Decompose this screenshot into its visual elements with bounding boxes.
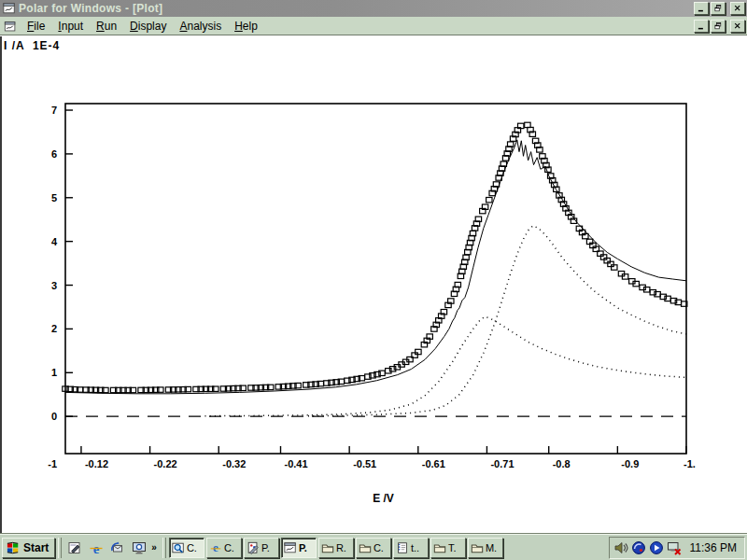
- series-total-fit-line: [65, 140, 686, 394]
- plot-client-area: -0.12-0.22-0.32-0.41-0.51-0.61-0.71-0.8-…: [0, 36, 747, 534]
- svg-text:-0.22: -0.22: [154, 458, 177, 469]
- ie-icon: e: [209, 541, 222, 554]
- menu-bar: FileInputRunDisplayAnalysisHelp: [0, 17, 747, 35]
- menu-input[interactable]: Input: [51, 18, 90, 35]
- task-button-strip: C.eC.P.P.R.C.t..T.M.: [169, 538, 606, 558]
- task-button-label: P.: [299, 542, 307, 553]
- svg-text:-0.41: -0.41: [285, 458, 308, 469]
- task-button-label: C.: [374, 542, 384, 553]
- minimize-button[interactable]: [694, 20, 709, 33]
- menu-display[interactable]: Display: [123, 18, 173, 35]
- task-button-3-package[interactable]: P.: [244, 538, 279, 558]
- quicklaunch-viewer-button[interactable]: [129, 538, 148, 557]
- minimize-button[interactable]: [694, 2, 709, 15]
- window-title: Polar for Windows - [Plot]: [19, 2, 694, 15]
- minimize-icon: [696, 4, 707, 13]
- media-sphere-icon[interactable]: [631, 540, 646, 555]
- task-button-1-magnifier[interactable]: C.: [169, 538, 204, 558]
- svg-text:-0.71: -0.71: [490, 458, 514, 469]
- close-button[interactable]: [730, 2, 745, 15]
- minimize-icon: [696, 21, 707, 31]
- task-button-9-folder[interactable]: M.: [468, 538, 503, 558]
- start-label: Start: [23, 541, 49, 554]
- svg-text:-0.8: -0.8: [553, 458, 571, 469]
- titlebar-controls: [694, 2, 745, 15]
- svg-text:-0.61: -0.61: [422, 458, 445, 469]
- series-component-1-dotted: [205, 316, 687, 415]
- svg-text:-1: -1: [48, 458, 57, 469]
- internet-explorer-icon: e: [89, 540, 104, 555]
- folder-icon: [471, 541, 484, 554]
- x-axis-title: E /V: [373, 492, 394, 505]
- app-window-icon[interactable]: [3, 2, 16, 15]
- offline-network-icon[interactable]: [667, 540, 682, 555]
- svg-text:e: e: [213, 541, 218, 554]
- mdi-controls: [694, 20, 745, 33]
- svg-text:3: 3: [51, 280, 57, 291]
- svg-text:0: 0: [51, 411, 57, 422]
- restore-button[interactable]: [711, 20, 726, 33]
- outlook-express-icon: [110, 540, 125, 555]
- restore-button[interactable]: [711, 2, 726, 15]
- series-experimental-points: [63, 122, 687, 393]
- task-button-label: M.: [486, 542, 497, 553]
- menu-run[interactable]: Run: [90, 18, 123, 35]
- task-button-label: T.: [448, 542, 457, 553]
- quicklaunch-show-desktop-button[interactable]: [64, 538, 84, 557]
- title-bar: Polar for Windows - [Plot]: [0, 0, 747, 17]
- task-button-4-polar-app[interactable]: P.: [281, 538, 317, 558]
- task-button-2-ie[interactable]: eC.: [206, 538, 242, 558]
- task-button-label: P.: [261, 542, 270, 553]
- folder-icon: [359, 541, 372, 554]
- svg-text:-0.51: -0.51: [353, 458, 376, 469]
- start-button[interactable]: Start: [2, 538, 55, 558]
- folder-icon: [321, 541, 334, 554]
- y-axis-title: I /A 1E-4: [4, 39, 60, 52]
- task-button-label: C.: [187, 542, 197, 553]
- menu-analysis[interactable]: Analysis: [173, 18, 228, 35]
- task-button-5-folder[interactable]: R.: [318, 538, 354, 558]
- volume-icon[interactable]: [613, 540, 628, 555]
- viewer-icon: [132, 540, 147, 555]
- quicklaunch-internet-explorer-button[interactable]: e: [86, 538, 106, 557]
- close-icon: [732, 21, 743, 31]
- task-button-6-folder[interactable]: C.: [356, 538, 391, 558]
- plot-canvas[interactable]: -0.12-0.22-0.32-0.41-0.51-0.61-0.71-0.8-…: [2, 36, 747, 534]
- system-tray: 11:36 PM: [609, 537, 745, 559]
- close-icon: [732, 4, 743, 13]
- show-desktop-icon: [67, 540, 82, 555]
- magnifier-icon: [172, 541, 185, 554]
- svg-text:2: 2: [51, 323, 57, 334]
- task-button-label: R.: [336, 542, 346, 553]
- svg-text:-0.32: -0.32: [222, 458, 246, 469]
- media-play-icon[interactable]: [649, 540, 664, 555]
- series-component-2-dotted: [308, 226, 686, 416]
- taskbar-handle[interactable]: [58, 538, 62, 558]
- task-button-7-notepad[interactable]: t..: [393, 538, 429, 558]
- taskbar-clock[interactable]: 11:36 PM: [684, 541, 737, 554]
- windows-flag-icon: [6, 540, 21, 554]
- tray-icons: [613, 540, 682, 555]
- svg-text:-0.9: -0.9: [621, 458, 639, 469]
- svg-text:-0.12: -0.12: [85, 458, 108, 469]
- taskbar-handle-2[interactable]: [162, 538, 166, 558]
- task-button-label: t..: [411, 542, 419, 553]
- menu-file[interactable]: File: [21, 18, 51, 35]
- quicklaunch-overflow-chevron[interactable]: »: [148, 539, 160, 557]
- svg-text:4: 4: [51, 236, 58, 247]
- menu-help[interactable]: Help: [228, 18, 264, 35]
- mdi-child-icon[interactable]: [4, 20, 17, 32]
- quick-launch-bar: e: [64, 538, 148, 557]
- task-button-8-folder[interactable]: T.: [430, 538, 466, 558]
- svg-text:-1.: -1.: [684, 458, 696, 469]
- polar-app-icon: [284, 541, 297, 554]
- task-button-label: C.: [224, 542, 234, 553]
- close-button[interactable]: [730, 20, 745, 33]
- svg-text:1: 1: [51, 367, 57, 378]
- svg-text:5: 5: [51, 192, 57, 203]
- taskbar: Start e » C.eC.P.P.R.C.t..T.M. 11:36 PM: [0, 534, 747, 560]
- restore-icon: [712, 21, 724, 31]
- quicklaunch-outlook-express-button[interactable]: [107, 538, 127, 557]
- folder-icon: [433, 541, 446, 554]
- polar-for-windows-app: Polar for Windows - [Plot] FileInputRunD…: [0, 0, 747, 560]
